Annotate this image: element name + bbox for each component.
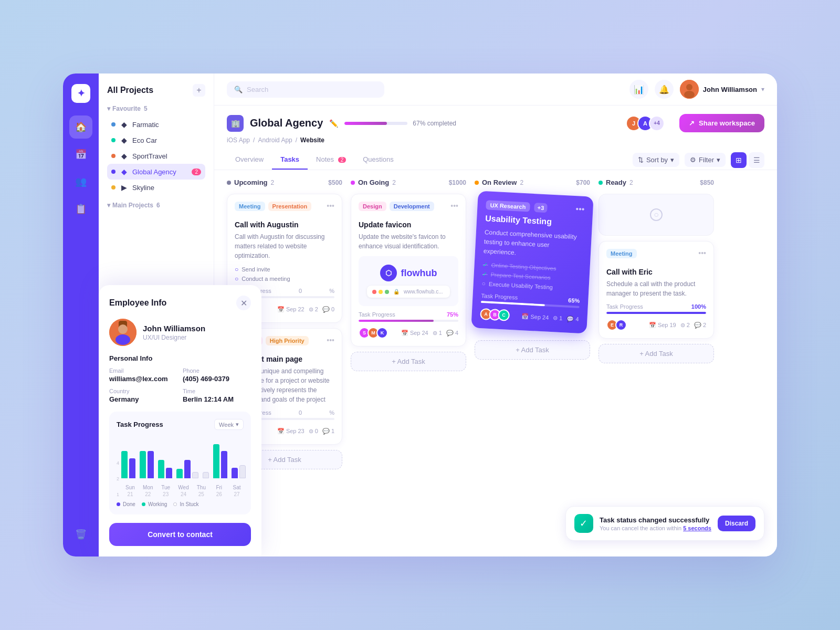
card-menu-icon-2[interactable]: ••• xyxy=(327,336,334,344)
add-task-onreview[interactable]: + Add Task xyxy=(475,340,590,360)
x-label-mon: Mon 22 xyxy=(139,482,157,497)
chart-x-labels: Sun 21 Mon 22 Tue 23 Wed xyxy=(121,482,246,497)
tab-tasks[interactable]: Tasks xyxy=(272,150,308,170)
employee-role: UX/UI Designer xyxy=(143,334,205,341)
grid-view-button[interactable]: ⊞ xyxy=(731,152,747,168)
nav-home[interactable]: 🏠 xyxy=(69,116,92,139)
main-projects-section[interactable]: ▾ Main Projects 6 xyxy=(107,202,205,209)
search-box[interactable]: 🔍 Search xyxy=(227,81,384,98)
toast-subtitle: You can cancel the action within 5 secon… xyxy=(600,525,711,531)
notification-button[interactable]: 🔔 xyxy=(655,80,674,99)
nav-tasks[interactable]: 📋 xyxy=(69,197,92,220)
project-item-farmatic[interactable]: ◆ Farmatic xyxy=(107,117,205,132)
meta-date-favicon: 📅 Sep 24 xyxy=(401,330,428,337)
convert-to-contact-button[interactable]: Convert to contact xyxy=(109,523,251,546)
card-assignees-favicon: S M K xyxy=(359,327,388,339)
toast-time-link[interactable]: 5 seconds xyxy=(683,525,711,531)
employee-profile: John Williamson UX/UI Designer xyxy=(109,319,251,346)
bar-done-mon xyxy=(148,451,154,478)
user-profile[interactable]: John Williamson ▾ xyxy=(680,80,764,99)
add-project-button[interactable]: + xyxy=(193,84,205,97)
tab-questions[interactable]: Questions xyxy=(354,150,402,170)
svg-point-5 xyxy=(118,324,128,334)
col-count-upcoming: 2 xyxy=(271,179,275,186)
chart-col-tue xyxy=(158,442,172,478)
x-label-wed: Wed 24 xyxy=(175,482,193,497)
circle-placeholder-icon: ○ xyxy=(650,208,663,221)
toast-title: Task status changed successfully xyxy=(600,516,711,524)
purple-sub-icon: ⊜ xyxy=(553,314,558,321)
assignee-eric-2: R xyxy=(615,319,627,331)
share-workspace-button[interactable]: ↗ Share workspace xyxy=(679,114,764,132)
task-progress-fill-favicon xyxy=(359,320,434,322)
col-count-onreview: 2 xyxy=(520,179,523,186)
add-task-ready[interactable]: + Add Task xyxy=(598,344,714,363)
add-task-ongoing[interactable]: + Add Task xyxy=(351,352,466,371)
kanban-board: Upcoming 2 $500 Meeting Presentation •••… xyxy=(214,170,777,556)
breadcrumb-ios: iOS App xyxy=(227,136,250,144)
card-tags: Meeting Presentation xyxy=(235,202,311,211)
view-toggle: ⊞ ☰ xyxy=(731,152,764,168)
purple-card-menu-icon[interactable]: ••• xyxy=(575,204,585,214)
team-avatars: J A +4 xyxy=(626,116,665,131)
sub-icon: ⊜ xyxy=(309,306,313,313)
card-tags-favicon: Design Development xyxy=(359,202,434,211)
bar-working-wed xyxy=(176,469,183,478)
tab-notes[interactable]: Notes 2 xyxy=(308,150,354,170)
chart-period-button[interactable]: Week ▾ xyxy=(214,419,244,430)
toast-content: Task status changed successfully You can… xyxy=(600,516,711,531)
edit-project-icon[interactable]: ✏️ xyxy=(329,119,338,128)
project-item-globalagency[interactable]: ◆ Global Agency 2 xyxy=(107,164,205,180)
card-meta-2: 📅 Sep 23 ⊜ 0 💬 1 xyxy=(277,428,334,435)
nav-trash[interactable]: 🗑️ xyxy=(69,523,92,546)
breadcrumb-website: Website xyxy=(300,136,324,144)
close-panel-button[interactable]: ✕ xyxy=(236,296,251,310)
team-more-badge: +4 xyxy=(649,116,665,131)
bar-working-mon xyxy=(140,451,146,478)
employee-info-text: John Williamson UX/UI Designer xyxy=(143,324,205,341)
sort-icon: ⇅ xyxy=(638,156,644,164)
toast-notification: ✓ Task status changed successfully You c… xyxy=(565,506,764,541)
chart-columns-wrapper: Sun 21 Mon 22 Tue 23 Wed xyxy=(121,436,246,497)
purple-assignees: A B C xyxy=(480,308,510,321)
flowhub-logo-icon: ⬡ xyxy=(380,265,397,281)
card-checklist: ○ Send invite ○ Conduct a meeting xyxy=(235,266,334,282)
bar-done-wed xyxy=(184,460,191,478)
tag-development: Development xyxy=(390,202,434,211)
employee-avatar xyxy=(109,319,136,346)
flowhub-logo: ⬡ flowhub xyxy=(380,265,437,281)
list-view-button[interactable]: ☰ xyxy=(749,152,764,168)
bar-stuck-thu xyxy=(203,472,209,478)
card-menu-icon-3[interactable]: ••• xyxy=(450,202,458,210)
sub-icon-favicon: ⊜ xyxy=(433,330,437,337)
col-count-ongoing: 2 xyxy=(392,179,396,186)
task-progress-bar-favicon xyxy=(359,320,458,322)
tab-overview[interactable]: Overview xyxy=(227,150,272,170)
meta-subs-favicon: ⊜ 1 xyxy=(433,330,442,337)
project-item-ecocar[interactable]: ◆ Eco Car xyxy=(107,132,205,148)
email-label: Email xyxy=(109,368,177,374)
nav-calendar[interactable]: 📅 xyxy=(69,143,92,166)
card-usability-testing: UX Research +3 ••• Usability Testing Con… xyxy=(471,191,593,333)
favourite-section[interactable]: ▾ Favourite 5 xyxy=(107,105,205,112)
bar-done-fri xyxy=(221,451,227,478)
card-menu-icon[interactable]: ••• xyxy=(327,202,334,210)
chart-title: Task Progress xyxy=(117,421,163,428)
sort-button[interactable]: ⇅ Sort by ▾ xyxy=(633,153,679,167)
card-meta-favicon: 📅 Sep 24 ⊜ 1 💬 4 xyxy=(401,330,458,337)
progress-label: 67% completed xyxy=(413,120,456,127)
card-title-eric: Call with Eric xyxy=(606,268,706,276)
project-item-skyline[interactable]: ▶ Skyline xyxy=(107,180,205,195)
project-item-sporttravel[interactable]: ◆ SportTravel xyxy=(107,148,205,164)
chevron-filter-icon: ▾ xyxy=(717,156,720,164)
col-header-ongoing: On Going 2 $1000 xyxy=(351,178,466,186)
filter-button[interactable]: ⚙ Filter ▾ xyxy=(685,153,726,167)
browser-dots xyxy=(372,290,389,294)
nav-users[interactable]: 👥 xyxy=(69,170,92,193)
tag-extra: +3 xyxy=(534,203,547,213)
app-logo: ✦ xyxy=(71,84,90,103)
card-menu-icon-eric[interactable]: ••• xyxy=(698,249,706,257)
chart-button[interactable]: 📊 xyxy=(629,80,648,99)
toast-discard-button[interactable]: Discard xyxy=(718,516,755,531)
project-header: 🏢 Global Agency ✏️ 67% completed J A +4 … xyxy=(214,106,777,146)
